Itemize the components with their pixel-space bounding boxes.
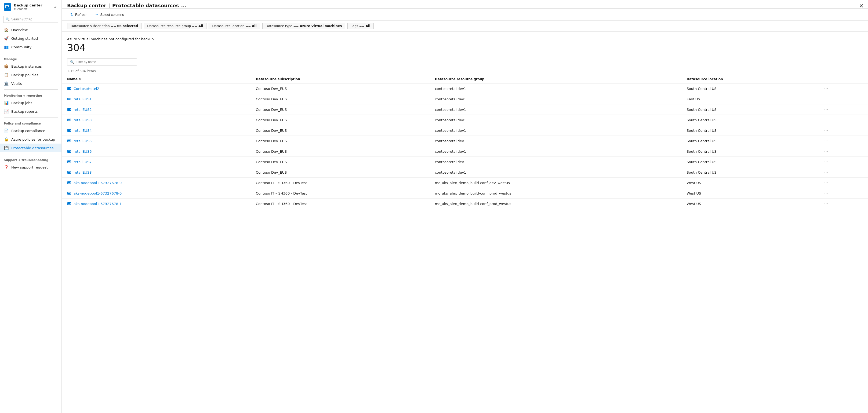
- filter-pill-subscription[interactable]: Datasource subscription == 66 selected: [67, 23, 142, 29]
- sidebar-item-protectable-datasources[interactable]: 💾Protectable datasources: [0, 144, 61, 152]
- cell-subscription: Contoso IT – SH360 - DevTest: [250, 188, 430, 198]
- cell-actions: ···: [817, 104, 868, 115]
- vm-icon: [67, 128, 71, 133]
- cell-subscription: Contoso Dev_EUS: [250, 167, 430, 178]
- table-row: retailEUS5 Contoso Dev_EUScontosoretaild…: [62, 136, 868, 146]
- cell-name: retailEUS3: [62, 115, 250, 125]
- nav-icon-backup-jobs: 📊: [4, 100, 8, 105]
- sidebar-item-backup-instances[interactable]: 📦Backup instances: [0, 62, 61, 71]
- nav-icon-protectable-datasources: 💾: [4, 146, 8, 150]
- nav-top: 🏠Overview🚀Getting started👥Community: [0, 26, 61, 51]
- nav-section-label: Policy and compliance: [0, 119, 61, 126]
- row-actions-button[interactable]: ···: [823, 169, 829, 175]
- nav-icon-vaults: 🏛️: [4, 81, 8, 86]
- vm-icon: [67, 191, 71, 195]
- cell-subscription: Contoso Dev_EUS: [250, 115, 430, 125]
- nav-divider: [4, 117, 58, 118]
- nav-icon-backup-policies: 📋: [4, 72, 8, 77]
- nav-icon-azure-policies: 🔒: [4, 137, 8, 142]
- main-header: Backup center | Protectable datasources …: [62, 0, 868, 8]
- cell-subscription: Contoso Dev_EUS: [250, 94, 430, 104]
- filter-pill-resource_group[interactable]: Datasource resource group == All: [144, 23, 207, 29]
- sidebar-item-vaults[interactable]: 🏛️Vaults: [0, 79, 61, 88]
- summary-label: Azure Virtual machines not configured fo…: [67, 37, 863, 41]
- row-actions-button[interactable]: ···: [823, 86, 829, 92]
- cell-subscription: Contoso Dev_EUS: [250, 136, 430, 146]
- row-actions-button[interactable]: ···: [823, 159, 829, 165]
- search-input[interactable]: [11, 18, 56, 21]
- cell-name: retailEUS1: [62, 94, 250, 104]
- filter-input-box[interactable]: 🔍: [67, 59, 137, 65]
- sidebar-item-overview[interactable]: 🏠Overview: [0, 26, 61, 34]
- cell-location: South Central US: [681, 104, 817, 115]
- cell-actions: ···: [817, 146, 868, 157]
- row-actions-button[interactable]: ···: [823, 149, 829, 154]
- page-title: Backup center | Protectable datasources …: [67, 3, 863, 8]
- filter-pill-tags[interactable]: Tags == All: [347, 23, 374, 29]
- svg-rect-27: [68, 161, 70, 162]
- sidebar-item-community[interactable]: 👥Community: [0, 43, 61, 51]
- cell-actions: ···: [817, 115, 868, 125]
- title-ellipsis-button[interactable]: ...: [181, 3, 187, 8]
- col-header-name[interactable]: Name⇅: [62, 75, 250, 84]
- row-actions-button[interactable]: ···: [823, 190, 829, 196]
- cell-name: retailEUS6: [62, 146, 250, 157]
- row-actions-button[interactable]: ···: [823, 127, 829, 133]
- filter-pill-location[interactable]: Datasource location == All: [209, 23, 260, 29]
- col-header-subscription: Datasource subscription: [250, 75, 430, 84]
- table-row: aks-nodepool1-67327678-1 Contoso IT – SH…: [62, 198, 868, 209]
- close-button[interactable]: ✕: [859, 3, 864, 9]
- vm-icon: [67, 170, 71, 174]
- filter-input-row: 🔍: [62, 56, 868, 68]
- datasources-table: Name⇅Datasource subscriptionDatasource r…: [62, 75, 868, 209]
- cell-actions: ···: [817, 198, 868, 209]
- row-actions-button[interactable]: ···: [823, 201, 829, 206]
- summary-count: 304: [67, 42, 863, 53]
- svg-rect-33: [68, 182, 70, 183]
- cell-subscription: Contoso Dev_EUS: [250, 84, 430, 94]
- cell-subscription: Contoso Dev_EUS: [250, 157, 430, 167]
- refresh-label: Refresh: [75, 12, 88, 17]
- filter-bar: Datasource subscription == 66 selectedDa…: [62, 21, 868, 32]
- nav-divider: [4, 53, 58, 53]
- items-count: 1-15 of 304 items: [62, 68, 868, 75]
- vm-icon: [67, 97, 71, 101]
- page-title-block: Backup center | Protectable datasources …: [67, 3, 863, 8]
- search-box[interactable]: 🔍: [3, 16, 58, 23]
- sidebar-item-backup-reports[interactable]: 📈Backup reports: [0, 107, 61, 116]
- select-columns-button[interactable]: → Select columns: [92, 11, 127, 18]
- filter-pill-type[interactable]: Datasource type == Azure Virtual machine…: [262, 23, 345, 29]
- row-actions-button[interactable]: ···: [823, 106, 829, 113]
- table-row: retailEUS3 Contoso Dev_EUScontosoretaild…: [62, 115, 868, 125]
- cell-subscription: Contoso Dev_EUS: [250, 146, 430, 157]
- collapse-sidebar-button[interactable]: «: [53, 3, 58, 11]
- sidebar-item-getting-started[interactable]: 🚀Getting started: [0, 34, 61, 43]
- refresh-button[interactable]: ↻ Refresh: [67, 11, 91, 18]
- table-row: retailEUS8 Contoso Dev_EUScontosoretaild…: [62, 167, 868, 178]
- sidebar-item-backup-jobs[interactable]: 📊Backup jobs: [0, 98, 61, 107]
- nav-icon-community: 👥: [4, 44, 8, 50]
- svg-rect-18: [68, 130, 70, 131]
- cell-location: South Central US: [681, 84, 817, 94]
- cell-name: aks-nodepool1-67327678-0: [62, 178, 250, 188]
- row-actions-button[interactable]: ···: [823, 96, 829, 102]
- cell-actions: ···: [817, 157, 868, 167]
- sidebar-item-new-support-request[interactable]: ❓New support request: [0, 163, 61, 171]
- row-actions-button[interactable]: ···: [823, 138, 829, 144]
- nav-section-label: Monitoring + reporting: [0, 91, 61, 98]
- sidebar-item-backup-compliance[interactable]: 📄Backup compliance: [0, 126, 61, 135]
- nav-section-label: Support + troubleshooting: [0, 156, 61, 163]
- row-actions-button[interactable]: ···: [823, 117, 829, 123]
- row-actions-button[interactable]: ···: [823, 180, 829, 186]
- cell-resource-group: contosoretaildev1: [430, 157, 681, 167]
- svg-rect-21: [68, 140, 70, 141]
- summary-section: Azure Virtual machines not configured fo…: [62, 32, 868, 56]
- filter-by-name-input[interactable]: [76, 60, 134, 64]
- col-header-location: Datasource location: [681, 75, 817, 84]
- toolbar: ↻ Refresh → Select columns: [62, 8, 868, 21]
- sidebar-item-backup-policies[interactable]: 📋Backup policies: [0, 71, 61, 79]
- sidebar-item-azure-policies[interactable]: 🔒Azure policies for backup: [0, 135, 61, 144]
- cell-actions: ···: [817, 136, 868, 146]
- vm-icon: [67, 139, 71, 143]
- vm-icon: [67, 118, 71, 122]
